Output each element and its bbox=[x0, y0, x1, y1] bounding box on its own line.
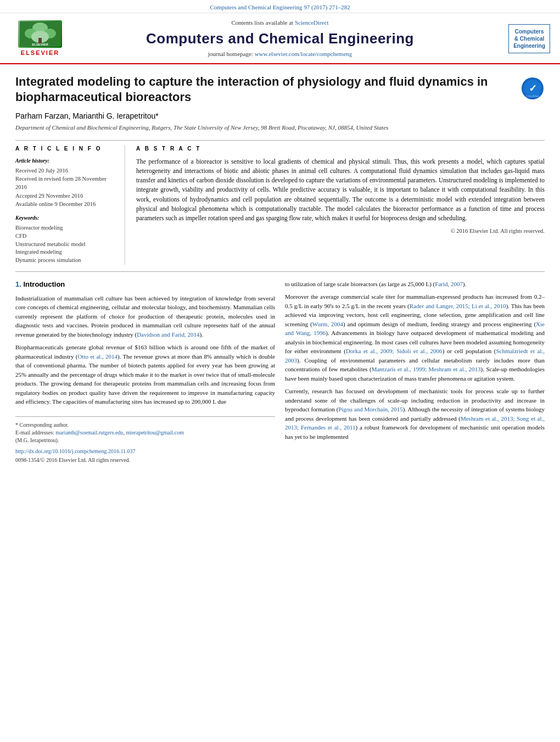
implemented-word: implemented bbox=[317, 433, 348, 440]
left-column: 1. Introduction Industrialization of mam… bbox=[15, 280, 275, 464]
issn-line: 0098-1354/© 2016 Elsevier Ltd. All right… bbox=[15, 456, 275, 464]
intro-heading: 1. Introduction bbox=[15, 280, 275, 289]
copyright-line: © 2016 Elsevier Ltd. All rights reserved… bbox=[136, 227, 545, 236]
ref-mantzaris[interactable]: Mantzaris et al., 1999; Meshram et al., … bbox=[372, 366, 481, 372]
journal-ref-bar: Computers and Chemical Engineering 97 (2… bbox=[0, 0, 560, 13]
intro-para-2: Biopharmaceuticals generate global reven… bbox=[15, 343, 275, 406]
keyword-5: Dynamic process simulation bbox=[15, 256, 117, 265]
journal-reference: Computers and Chemical Engineering 97 (2… bbox=[210, 4, 350, 10]
right-para-3: Currently, research has focused on devel… bbox=[285, 387, 545, 441]
journal-logo-box: Computers & Chemical Engineering bbox=[508, 24, 550, 53]
abstract-header: A B S T R A C T bbox=[136, 145, 545, 153]
doi-link: http://dx.doi.org/10.1016/j.compchemeng.… bbox=[15, 448, 275, 455]
article-history-label: Article history: bbox=[15, 157, 117, 165]
ref-pigou[interactable]: Pigou and Morchain, 2015 bbox=[338, 406, 403, 412]
keyword-1: Bioreactor modeling bbox=[15, 224, 117, 232]
main-content: 1. Introduction Industrialization of mam… bbox=[15, 280, 545, 464]
ref-farid[interactable]: Farid, 2007 bbox=[435, 281, 463, 287]
article-title-block: Integrated modeling to capture the inter… bbox=[15, 74, 513, 135]
section-number: 1. bbox=[15, 280, 21, 288]
article-title-section: Integrated modeling to capture the inter… bbox=[15, 74, 545, 141]
journal-header: ELSEVIER ELSEVIER Contents lists availab… bbox=[0, 13, 560, 64]
elsevier-logo-area: ELSEVIER ELSEVIER bbox=[10, 20, 70, 57]
journal-logo-right: Computers & Chemical Engineering bbox=[490, 24, 550, 53]
footnote-name-abbrev: (M.G. Ierapetritou). bbox=[15, 437, 275, 444]
accepted-date: Accepted 29 November 2016 bbox=[15, 192, 117, 200]
homepage-line: journal homepage: www.elsevier.com/locat… bbox=[70, 50, 490, 58]
journal-header-center: Contents lists available at ScienceDirec… bbox=[70, 19, 490, 58]
homepage-url[interactable]: www.elsevier.com/locate/compchemeng bbox=[255, 51, 352, 57]
crossmark-svg: ✓ CrossMark bbox=[520, 76, 545, 101]
svg-text:✓: ✓ bbox=[529, 83, 537, 94]
article-title: Integrated modeling to capture the inter… bbox=[15, 74, 513, 105]
elsevier-logo: ELSEVIER ELSEVIER bbox=[10, 20, 70, 57]
right-para-2: Moreover the average commercial scale ti… bbox=[285, 292, 545, 383]
ref-dorka[interactable]: Dorka et al., 2009; Sidoli et al., 2006 bbox=[346, 348, 443, 354]
footnote-email: E-mail addresses: marianth@soemail.rutge… bbox=[15, 429, 275, 437]
article-affiliation: Department of Chemical and Biochemical E… bbox=[15, 124, 513, 132]
right-column: to utilization of large scale bioreactor… bbox=[285, 280, 545, 464]
intro-heading-text: Introduction bbox=[23, 280, 65, 288]
ref-otto[interactable]: Otto et al., 2014 bbox=[77, 353, 117, 360]
ref-wurm[interactable]: Wurm, 2004 bbox=[312, 321, 343, 327]
ref-davidson[interactable]: Davidson and Farid, 2014 bbox=[137, 331, 199, 338]
abstract-text: The performance of a bioreactor is sensi… bbox=[136, 157, 545, 224]
article-info-col: A R T I C L E I N F O Article history: R… bbox=[15, 145, 125, 265]
info-abstract-section: A R T I C L E I N F O Article history: R… bbox=[15, 145, 545, 272]
paper-body: Integrated modeling to capture the inter… bbox=[0, 64, 560, 474]
email-link-1[interactable]: marianth@soemail.rutgers.edu bbox=[55, 429, 123, 436]
abstract-col: A B S T R A C T The performance of a bio… bbox=[136, 145, 545, 265]
email-link-2[interactable]: mierapetritou@gmail.com bbox=[126, 429, 184, 436]
ref-rader[interactable]: Rader and Langer, 2015; Li et al., 2010 bbox=[410, 303, 506, 309]
doi-anchor[interactable]: http://dx.doi.org/10.1016/j.compchemeng.… bbox=[15, 448, 136, 454]
right-para-1: to utilization of large scale bioreactor… bbox=[285, 280, 545, 289]
article-info-header: A R T I C L E I N F O bbox=[15, 145, 117, 153]
journal-title: Computers and Chemical Engineering bbox=[70, 29, 490, 48]
svg-text:ELSEVIER: ELSEVIER bbox=[32, 43, 48, 46]
crossmark-icon[interactable]: ✓ CrossMark bbox=[520, 76, 545, 101]
received-date: Received 20 July 2016 bbox=[15, 167, 117, 175]
sciencedirect-link[interactable]: ScienceDirect bbox=[295, 19, 329, 26]
ref-meshram[interactable]: Meshram et al., 2013; Song et al., 2013;… bbox=[285, 415, 545, 431]
footnote-corresponding: * Corresponding author. bbox=[15, 421, 275, 429]
available-date: Available online 9 December 2016 bbox=[15, 200, 117, 209]
tree-svg: ELSEVIER bbox=[20, 21, 61, 47]
contents-line: Contents lists available at ScienceDirec… bbox=[70, 19, 490, 27]
article-authors: Parham Farzan, Marianthi G. Ierapetritou… bbox=[15, 111, 513, 122]
received-revised-date: Received in revised form 28 November 201… bbox=[15, 175, 117, 191]
elsevier-tree-icon: ELSEVIER bbox=[18, 20, 62, 48]
footnote-section: * Corresponding author. E-mail addresses… bbox=[15, 416, 275, 464]
keyword-2: CFD bbox=[15, 232, 117, 241]
keywords-label: Keywords: bbox=[15, 214, 117, 222]
keyword-4: Integrated modeling bbox=[15, 248, 117, 256]
intro-para-1: Industrialization of mammalian cell cult… bbox=[15, 294, 275, 339]
svg-text:CrossMark: CrossMark bbox=[526, 94, 540, 98]
keyword-3: Unstructured metabolic model bbox=[15, 241, 117, 249]
elsevier-text: ELSEVIER bbox=[21, 49, 59, 57]
